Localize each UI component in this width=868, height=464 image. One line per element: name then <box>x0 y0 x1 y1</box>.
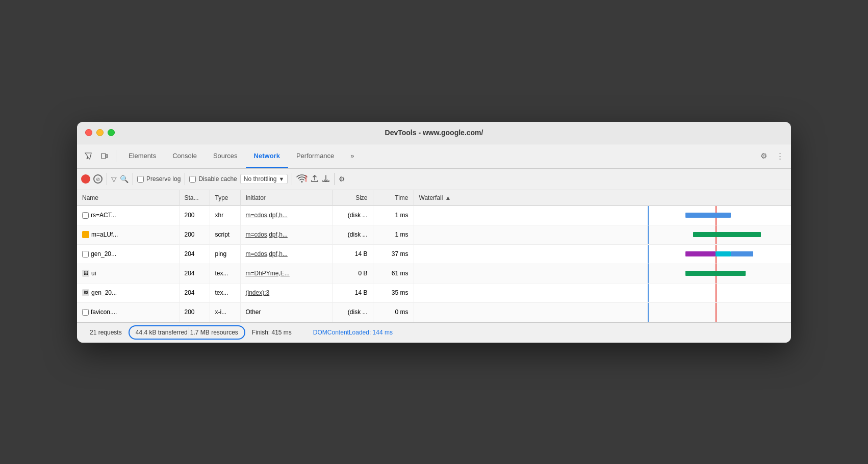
cell-waterfall <box>414 244 791 264</box>
row-checkbox[interactable] <box>82 251 89 257</box>
waterfall-container <box>414 264 792 283</box>
search-icon[interactable]: 🔍 <box>120 175 129 183</box>
network-table-container: Name Sta... Type Initiator Size Time Wat… <box>77 190 791 322</box>
cell-time: 61 ms <box>373 264 414 283</box>
waterfall-bar <box>731 251 753 256</box>
row-name: favicon.... <box>91 308 117 316</box>
initiator-link[interactable]: (index):3 <box>246 289 270 296</box>
cell-name: rs=ACT... <box>77 205 179 225</box>
tab-network[interactable]: Network <box>246 144 288 168</box>
waterfall-container <box>414 245 792 264</box>
image-file-icon: 🖼 <box>82 289 89 296</box>
disable-cache-checkbox[interactable]: Disable cache <box>189 175 237 183</box>
table-row[interactable]: rs=ACT...200xhrm=cdos,dpf,h...(disk ...1… <box>77 205 791 225</box>
tab-sources[interactable]: Sources <box>205 144 246 168</box>
record-button[interactable] <box>81 174 90 184</box>
row-name: m=aLUf... <box>91 231 118 238</box>
cell-name: 🖼gen_20... <box>77 283 179 302</box>
waterfall-blue-line <box>648 303 649 322</box>
cell-initiator: m=DhPYme,E... <box>240 264 332 283</box>
device-toggle-icon[interactable] <box>97 149 112 163</box>
col-header-time[interactable]: Time <box>373 190 414 206</box>
cell-size: 14 B <box>332 283 373 302</box>
download-icon[interactable] <box>322 174 330 184</box>
table-row[interactable]: 🖼gen_20...204tex...(index):314 B35 ms <box>77 283 791 302</box>
table-row[interactable]: 🖼ui204tex...m=DhPYme,E...0 B61 ms <box>77 264 791 283</box>
cell-initiator: (index):3 <box>240 283 332 302</box>
cell-type: x-i... <box>210 302 240 322</box>
waterfall-blue-line <box>648 283 649 302</box>
block-button[interactable]: ⊘ <box>93 174 103 184</box>
settings-gear-icon[interactable]: ⚙ <box>756 149 771 163</box>
devtools-window: DevTools - www.google.com/ Elements Cons… <box>77 122 791 343</box>
inspector-icon[interactable] <box>81 149 95 163</box>
cell-waterfall <box>414 302 791 322</box>
cell-size: (disk ... <box>332 225 373 244</box>
row-name: ui <box>91 270 96 277</box>
row-checkbox[interactable] <box>82 212 89 219</box>
cell-initiator: m=cdos,dpf,h... <box>240 244 332 264</box>
cell-status: 204 <box>179 283 210 302</box>
cell-size: 0 B <box>332 264 373 283</box>
cell-waterfall <box>414 225 791 244</box>
dom-content-loaded: DOMContentLoaded: 144 ms <box>307 325 399 340</box>
chevron-down-icon: ▼ <box>278 176 284 182</box>
sort-arrow-icon: ▲ <box>445 194 451 201</box>
col-header-type[interactable]: Type <box>210 190 240 206</box>
requests-count: 21 requests <box>83 325 129 340</box>
cell-initiator: m=cdos,dpf,h... <box>240 225 332 244</box>
action-bar-divider-4 <box>292 173 292 185</box>
action-bar: ⊘ ▽ 🔍 Preserve log Disable cache No thro… <box>77 169 791 190</box>
action-bar-divider-2 <box>133 173 133 185</box>
tab-elements[interactable]: Elements <box>120 144 164 168</box>
initiator-link[interactable]: m=cdos,dpf,h... <box>246 231 288 238</box>
tab-bar: Elements Console Sources Network Perform… <box>77 144 791 169</box>
row-name: gen_20... <box>91 289 117 296</box>
waterfall-container <box>414 303 792 322</box>
cell-type: tex... <box>210 264 240 283</box>
col-header-initiator[interactable]: Initiator <box>240 190 332 206</box>
throttle-select[interactable]: No throttling ▼ <box>240 174 288 184</box>
svg-rect-1 <box>106 154 108 158</box>
waterfall-container <box>414 206 792 225</box>
tab-more[interactable]: » <box>342 144 362 168</box>
close-button[interactable] <box>85 129 92 136</box>
cell-type: ping <box>210 244 240 264</box>
filter-icon[interactable]: ▽ <box>111 175 117 183</box>
cell-name: m=aLUf... <box>77 225 179 244</box>
col-header-name[interactable]: Name <box>77 190 179 206</box>
waterfall-bar <box>685 213 731 218</box>
maximize-button[interactable] <box>108 129 115 136</box>
table-row[interactable]: gen_20...204pingm=cdos,dpf,h...14 B37 ms <box>77 244 791 264</box>
cell-name: favicon.... <box>77 302 179 322</box>
table-row[interactable]: m=aLUf...200scriptm=cdos,dpf,h...(disk .… <box>77 225 791 244</box>
tab-performance[interactable]: Performance <box>288 144 342 168</box>
col-header-waterfall[interactable]: Waterfall ▲ <box>414 190 791 206</box>
table-row[interactable]: favicon....200x-i...Other(disk ...0 ms <box>77 302 791 322</box>
upload-icon[interactable] <box>311 174 319 184</box>
row-name: rs=ACT... <box>91 212 116 219</box>
initiator-link[interactable]: m=DhPYme,E... <box>246 270 290 277</box>
initiator-link[interactable]: m=cdos,dpf,h... <box>246 212 288 219</box>
preserve-log-checkbox[interactable]: Preserve log <box>137 175 181 183</box>
tab-console[interactable]: Console <box>164 144 205 168</box>
initiator-link[interactable]: m=cdos,dpf,h... <box>246 250 288 257</box>
cell-time: 1 ms <box>373 205 414 225</box>
cell-status: 200 <box>179 302 210 322</box>
cell-size: 14 B <box>332 244 373 264</box>
titlebar: DevTools - www.google.com/ <box>77 122 791 144</box>
action-settings-icon[interactable]: ⚙ <box>339 175 345 183</box>
cell-initiator: Other <box>240 302 332 322</box>
network-table: Name Sta... Type Initiator Size Time Wat… <box>77 190 791 322</box>
minimize-button[interactable] <box>96 129 104 136</box>
col-header-size[interactable]: Size <box>332 190 373 206</box>
cell-name: 🖼ui <box>77 264 179 283</box>
waterfall-blue-line <box>648 264 649 283</box>
cell-size: (disk ... <box>332 302 373 322</box>
row-name: gen_20... <box>91 250 116 257</box>
traffic-lights <box>85 129 115 136</box>
window-title: DevTools - www.google.com/ <box>385 128 483 137</box>
row-checkbox[interactable] <box>82 309 89 316</box>
col-header-status[interactable]: Sta... <box>179 190 210 206</box>
more-options-icon[interactable]: ⋮ <box>773 149 787 163</box>
